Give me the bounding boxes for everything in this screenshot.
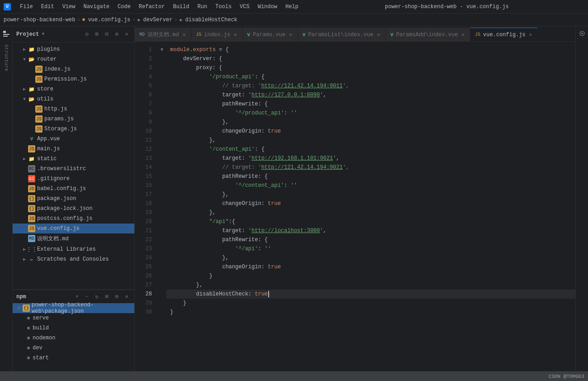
tree-item-params[interactable]: JS params.js: [13, 114, 134, 124]
tree-item-scratches[interactable]: ▶ ✏ Scratches and Consoles: [13, 254, 134, 264]
tree-item-utils[interactable]: ▼ 📂 utils: [13, 94, 134, 104]
code-editor[interactable]: 1 2 3 4 5 6 7 8 9 10 11 12 13 14 15 16 1: [135, 42, 575, 371]
tree-item-browserslistrc[interactable]: RC .browserslistrc: [13, 164, 134, 174]
menu-run[interactable]: Run: [194, 3, 211, 11]
panel-collapse-icon[interactable]: ⊟: [103, 30, 111, 38]
gutter-5: [157, 81, 166, 90]
gutter-25: [157, 262, 166, 271]
tree-item-package-lock[interactable]: {} package-lock.json: [13, 204, 134, 214]
npm-script-dev[interactable]: dev: [13, 343, 134, 353]
gutter-7: [157, 100, 166, 109]
code-line-27: },: [166, 281, 575, 290]
tree-item-package-json[interactable]: {} package.json: [13, 194, 134, 204]
right-icon-1[interactable]: [578, 29, 587, 38]
breadcrumb-project[interactable]: power-shop-backend-web: [4, 17, 75, 23]
gutter-fold-1[interactable]: ▼: [157, 45, 166, 54]
npm-script-build[interactable]: build: [13, 323, 134, 333]
panel-expand-icon[interactable]: ⊞: [93, 30, 101, 38]
menu-navigate[interactable]: Navigate: [80, 3, 113, 11]
menu-help[interactable]: Help: [282, 3, 302, 11]
tab-vue-config-close[interactable]: ✕: [528, 32, 533, 38]
tree-item-postcss[interactable]: JS postcss.config.js: [13, 214, 134, 224]
tree-item-storage[interactable]: JS Storage.js: [13, 124, 134, 134]
tab-index-js[interactable]: JS index.js ✕: [191, 28, 242, 41]
tree-item-readme[interactable]: MD 说明文档.md: [13, 233, 134, 243]
tree-item-router-index[interactable]: JS index.js: [13, 64, 134, 74]
file-browserslistrc-icon: RC: [28, 165, 35, 172]
tab-vue-config[interactable]: JS vue.config.js ✕: [470, 28, 538, 41]
tree-item-babel[interactable]: JS babel.config.js: [13, 184, 134, 194]
npm-settings-icon[interactable]: ⚙: [113, 293, 121, 301]
menu-vcs[interactable]: VCS: [236, 3, 253, 11]
svg-rect-2: [3, 36, 8, 37]
tab-paramslist-close[interactable]: ✕: [376, 32, 381, 38]
npm-script-dev-label: dev: [33, 345, 43, 351]
tree-item-router[interactable]: ▼ 📂 router: [13, 54, 134, 64]
tab-vue-config-icon: JS: [475, 32, 480, 37]
tree-item-ext-libs[interactable]: ▶ ⋮⋮ External Libraries: [13, 244, 134, 254]
npm-expand-icon[interactable]: ⊞: [103, 293, 111, 301]
folder-plugins-icon: 📁: [28, 46, 35, 53]
panel-settings-icon[interactable]: ⚙: [113, 30, 121, 38]
tree-item-gitignore[interactable]: GI .gitignore: [13, 174, 134, 184]
menu-refactor[interactable]: Refactor: [135, 3, 169, 11]
breadcrumb-file1[interactable]: ■ vue.config.js: [82, 17, 131, 23]
npm-script-start[interactable]: start: [13, 353, 134, 363]
npm-minus-icon[interactable]: −: [83, 293, 91, 301]
code-line-29: }: [166, 299, 575, 308]
structure-label-container[interactable]: Structure: [4, 44, 9, 73]
tab-readme[interactable]: MD 说明文档.md ✕: [135, 28, 191, 41]
tab-params-vue-close[interactable]: ✕: [288, 32, 293, 38]
panel-header: Project ▼ ◎ ⊞ ⊟ ⚙ ✕: [13, 26, 134, 43]
tab-vue-config-label: vue.config.js: [483, 32, 526, 38]
tree-item-main-js[interactable]: JS main.js: [13, 144, 134, 154]
tab-paramsadd-index[interactable]: V ParamsAdd\index.vue ✕: [386, 28, 470, 41]
tree-item-plugins[interactable]: ▶ 📁 plugins: [13, 44, 134, 54]
npm-script-serve[interactable]: serve: [13, 313, 134, 323]
tree-item-vue-config[interactable]: JS vue.config.js: [13, 224, 134, 233]
breadcrumb: power-shop-backend-web › ■ vue.config.js…: [0, 14, 588, 26]
gutter-12: [157, 145, 166, 154]
tab-index-js-close[interactable]: ✕: [233, 32, 238, 38]
folder-store-icon: 📁: [28, 86, 35, 93]
tree-arrow-scratches: ▶: [22, 257, 27, 262]
tree-item-app-vue[interactable]: V App.vue: [13, 134, 134, 144]
tree-label-browserslistrc: .browserslistrc: [37, 166, 86, 172]
breadcrumb-file2[interactable]: ◈ devServer: [137, 17, 172, 23]
code-line-23: '^/api': '': [166, 244, 575, 253]
tree-item-permission[interactable]: JS Permission.js: [13, 74, 134, 84]
tab-paramslist-index[interactable]: V ParamsList\index.vue ✕: [298, 28, 386, 41]
ln-14: 14: [135, 163, 157, 172]
menu-file[interactable]: File: [16, 3, 37, 11]
tree-item-static[interactable]: ▶ 📁 static: [13, 154, 134, 164]
menu-edit[interactable]: Edit: [38, 3, 58, 11]
project-tab-icon[interactable]: [2, 29, 11, 38]
code-line-30: }: [166, 308, 575, 317]
breadcrumb-file3[interactable]: ◈ disableHostCheck: [180, 17, 237, 23]
menu-build[interactable]: Build: [169, 3, 193, 11]
breadcrumb-sep-3: ›: [174, 17, 177, 23]
npm-script-nodemon[interactable]: nodemon: [13, 333, 134, 343]
npm-package-item[interactable]: ▼ {} power-shop-backend-web\package.json: [13, 303, 134, 313]
npm-add-icon[interactable]: +: [73, 293, 81, 301]
npm-refresh-icon[interactable]: ↻: [93, 293, 101, 301]
tree-item-http[interactable]: JS http.js: [13, 104, 134, 114]
tree-arrow-utils: ▼: [22, 96, 27, 102]
panel-close-icon[interactable]: ✕: [123, 30, 131, 38]
menu-view[interactable]: View: [59, 3, 79, 11]
breadcrumb-sep-1: ›: [77, 17, 80, 23]
tab-params-vue[interactable]: V Params.vue ✕: [243, 28, 298, 41]
tab-readme-close[interactable]: ✕: [182, 32, 187, 38]
tree-item-store[interactable]: ▶ 📁 store: [13, 84, 134, 94]
menu-window[interactable]: Window: [254, 3, 281, 11]
tab-paramsadd-close[interactable]: ✕: [460, 32, 465, 38]
gutter-16: [157, 181, 166, 190]
panel-locate-icon[interactable]: ◎: [83, 30, 91, 38]
structure-label: Structure: [4, 44, 9, 71]
menu-tools[interactable]: Tools: [212, 3, 235, 11]
npm-close-icon[interactable]: ✕: [123, 293, 131, 301]
svg-rect-0: [3, 31, 6, 33]
menu-code[interactable]: Code: [114, 3, 134, 11]
status-bar: CSDN @TOMGG3: [0, 371, 588, 381]
gutter-30: [157, 308, 166, 317]
